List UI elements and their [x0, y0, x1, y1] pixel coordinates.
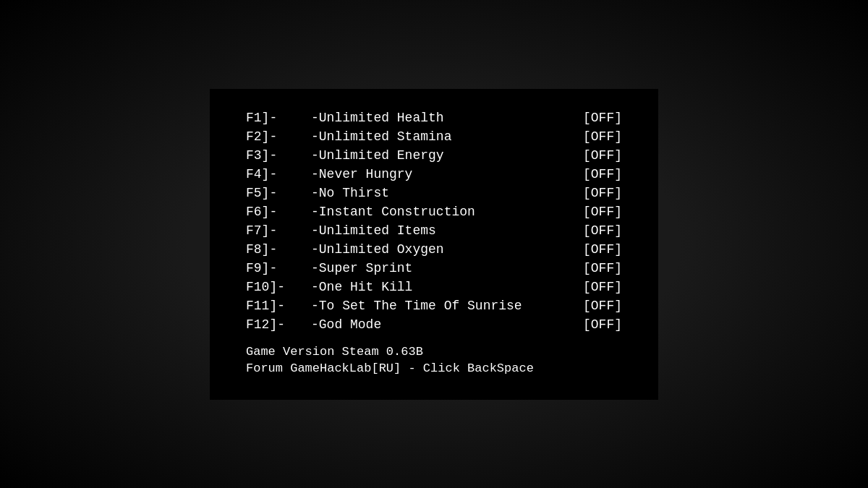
background: F1]--Unlimited Health[OFF]F2]--Unlimited… [0, 0, 868, 488]
cheat-description: -To Set The Time Of Sunrise [311, 299, 569, 313]
status-badge: [OFF] [583, 129, 622, 144]
key-label: F6]- [246, 205, 311, 219]
menu-item[interactable]: F11]--To Set The Time Of Sunrise[OFF] [246, 299, 622, 313]
cheat-description: -Unlimited Items [311, 223, 569, 238]
cheat-description: -Never Hungry [311, 167, 569, 181]
cheat-description: -Super Sprint [311, 261, 569, 275]
menu-item[interactable]: F4]--Never Hungry[OFF] [246, 167, 622, 181]
status-badge: [OFF] [583, 186, 622, 200]
cheat-description: -Instant Construction [311, 205, 569, 219]
status-badge: [OFF] [583, 205, 622, 219]
status-badge: [OFF] [583, 167, 622, 181]
key-label: F5]- [246, 186, 311, 200]
footer: Game Version Steam 0.63B Forum GameHackL… [246, 345, 622, 375]
cheat-description: -Unlimited Energy [311, 148, 569, 163]
cheat-description: -One Hit Kill [311, 280, 569, 294]
key-label: F9]- [246, 261, 311, 275]
status-badge: [OFF] [583, 242, 622, 257]
menu-item[interactable]: F6]--Instant Construction[OFF] [246, 205, 622, 219]
menu-item[interactable]: F10]--One Hit Kill[OFF] [246, 280, 622, 294]
key-label: F11]- [246, 299, 311, 313]
cheat-description: -Unlimited Stamina [311, 129, 569, 144]
status-badge: [OFF] [583, 317, 622, 332]
key-label: F8]- [246, 242, 311, 257]
cheat-description: -God Mode [311, 317, 569, 332]
status-badge: [OFF] [583, 148, 622, 163]
status-badge: [OFF] [583, 299, 622, 313]
menu-item[interactable]: F8]--Unlimited Oxygen[OFF] [246, 242, 622, 257]
cheat-menu: F1]--Unlimited Health[OFF]F2]--Unlimited… [210, 89, 658, 400]
menu-item[interactable]: F3]--Unlimited Energy[OFF] [246, 148, 622, 163]
key-label: F4]- [246, 167, 311, 181]
status-badge: [OFF] [583, 280, 622, 294]
key-label: F12]- [246, 317, 311, 332]
key-label: F1]- [246, 111, 311, 125]
menu-item[interactable]: F1]--Unlimited Health[OFF] [246, 111, 622, 125]
status-badge: [OFF] [583, 223, 622, 238]
cheat-description: -Unlimited Oxygen [311, 242, 569, 257]
cheat-description: -No Thirst [311, 186, 569, 200]
status-badge: [OFF] [583, 261, 622, 275]
menu-item[interactable]: F9]--Super Sprint[OFF] [246, 261, 622, 275]
key-label: F7]- [246, 223, 311, 238]
key-label: F2]- [246, 129, 311, 144]
footer-version: Game Version Steam 0.63B [246, 345, 622, 359]
footer-forum: Forum GameHackLab[RU] - Click BackSpace [246, 361, 622, 375]
menu-item[interactable]: F5]--No Thirst[OFF] [246, 186, 622, 200]
cheat-description: -Unlimited Health [311, 111, 569, 125]
status-badge: [OFF] [583, 111, 622, 125]
key-label: F3]- [246, 148, 311, 163]
key-label: F10]- [246, 280, 311, 294]
menu-item[interactable]: F2]--Unlimited Stamina[OFF] [246, 129, 622, 144]
menu-item[interactable]: F7]--Unlimited Items[OFF] [246, 223, 622, 238]
menu-item[interactable]: F12]--God Mode[OFF] [246, 317, 622, 332]
